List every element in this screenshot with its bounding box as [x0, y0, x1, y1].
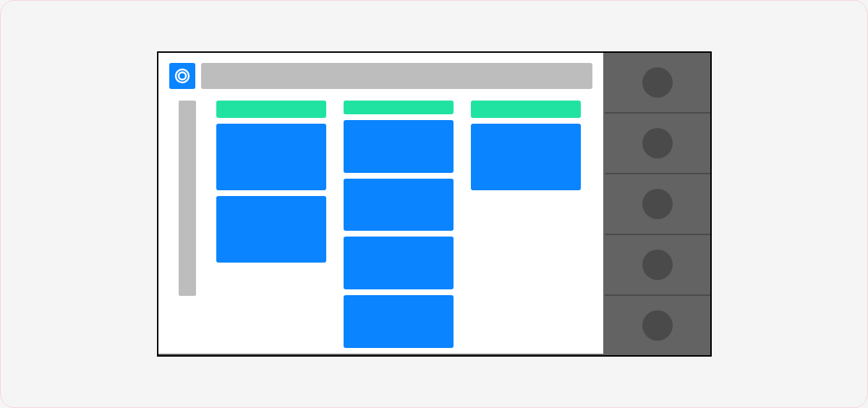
board-card[interactable] — [471, 124, 581, 190]
board-column — [471, 101, 581, 354]
sidebar-scrollbar[interactable] — [179, 101, 196, 296]
dock-item[interactable] — [605, 112, 710, 173]
circle-icon — [642, 189, 673, 219]
dock-item[interactable] — [605, 234, 710, 294]
board-card[interactable] — [344, 295, 454, 348]
circle-icon — [642, 310, 673, 341]
board-column — [344, 101, 454, 354]
column-header[interactable] — [471, 101, 581, 118]
board-card[interactable] — [344, 179, 454, 231]
svg-point-1 — [179, 72, 186, 80]
circle-icon — [642, 250, 673, 280]
board-card[interactable] — [344, 120, 454, 173]
app-logo-button[interactable] — [169, 63, 195, 89]
illustration-frame — [0, 0, 868, 408]
svg-point-0 — [176, 69, 189, 82]
circle-icon — [642, 67, 673, 98]
board-column — [216, 101, 326, 354]
board-card[interactable] — [216, 196, 326, 263]
dock-item[interactable] — [605, 173, 710, 234]
column-header[interactable] — [216, 101, 326, 118]
circle-icon — [642, 128, 673, 158]
device-frame — [157, 51, 712, 357]
side-dock — [605, 53, 710, 354]
topbar — [169, 63, 592, 89]
app-window — [158, 53, 603, 354]
dock-item[interactable] — [605, 294, 710, 355]
kanban-board — [216, 101, 592, 354]
spiral-logo-icon — [174, 67, 191, 85]
board-columns — [216, 101, 592, 354]
board-card[interactable] — [344, 237, 454, 289]
board-card[interactable] — [216, 124, 326, 190]
column-header[interactable] — [344, 101, 454, 114]
dock-item[interactable] — [605, 53, 710, 112]
search-input[interactable] — [201, 63, 592, 89]
